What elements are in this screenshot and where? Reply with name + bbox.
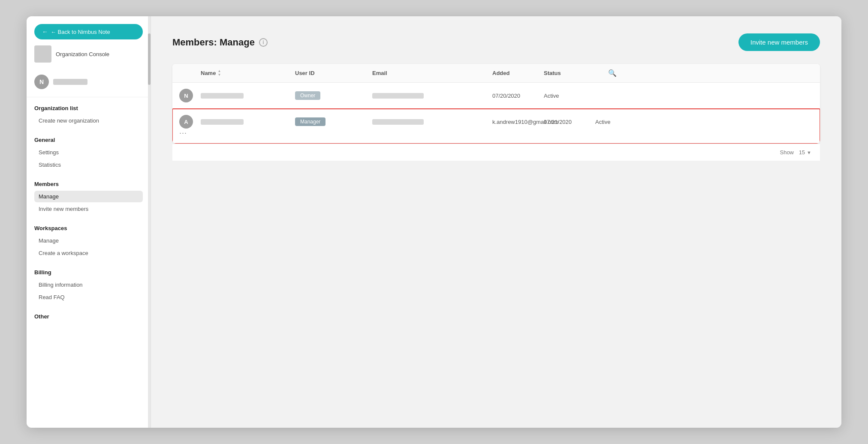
sidebar-section-general: General Settings Statistics	[27, 129, 151, 173]
actions-cell[interactable]: ···	[179, 129, 201, 138]
sidebar-section-org: Organization list Create new organizatio…	[27, 97, 151, 129]
app-window: ← ← Back to Nimbus Note Organization Con…	[27, 16, 841, 428]
sidebar-section-other-title: Other	[34, 313, 143, 320]
table-row: A Manager k.andrew1910@gmail.com 07/21/2…	[172, 109, 820, 144]
back-arrow-icon: ←	[42, 28, 48, 35]
sidebar-section-other: Other	[27, 306, 151, 325]
sidebar-item-create-workspace[interactable]: Create a workspace	[34, 247, 143, 259]
page-title: Members: Manage i	[172, 37, 268, 48]
org-name-label: Organization Console	[56, 51, 109, 57]
org-logo	[34, 45, 51, 63]
invite-new-members-button[interactable]: Invite new members	[738, 33, 820, 51]
back-to-nimbus-button[interactable]: ← ← Back to Nimbus Note	[34, 24, 143, 39]
info-icon[interactable]: i	[259, 38, 268, 47]
scrollbar-thumb[interactable]	[148, 33, 151, 85]
role-cell: Owner	[295, 91, 372, 100]
sidebar-section-billing-title: Billing	[34, 269, 143, 276]
col-name-header: Name ▲ ▼	[201, 69, 295, 77]
col-added-header: Added	[492, 70, 544, 76]
name-placeholder	[201, 119, 244, 125]
sidebar-section-billing: Billing Billing information Read FAQ	[27, 261, 151, 306]
email-cell: k.andrew1910@gmail.com	[492, 118, 544, 126]
user-name-placeholder	[53, 79, 87, 85]
sidebar-section-workspaces-title: Workspaces	[34, 225, 143, 231]
user-header: N	[27, 70, 151, 97]
date-cell: 07/21/2020	[544, 118, 595, 126]
sort-desc-icon: ▼	[217, 73, 221, 77]
sidebar: ← ← Back to Nimbus Note Organization Con…	[27, 16, 151, 428]
sidebar-item-settings[interactable]: Settings	[34, 147, 143, 158]
sidebar-section-members: Members Manage Invite new members	[27, 173, 151, 217]
name-cell	[201, 93, 295, 99]
sidebar-item-invite-members[interactable]: Invite new members	[34, 203, 143, 215]
status-cell: Active	[544, 92, 595, 99]
members-table: Name ▲ ▼ User ID Email Added Status 🔍 N	[172, 64, 820, 144]
avatar: A	[179, 115, 193, 129]
table-row: N Owner 07/20/2020 Active	[172, 83, 820, 109]
date-text: 07/20/2020	[492, 93, 520, 99]
main-content: Members: Manage i Invite new members Nam…	[151, 16, 841, 428]
sidebar-section-members-title: Members	[34, 181, 143, 187]
status-badge: Active	[595, 119, 610, 125]
role-badge-owner: Owner	[295, 91, 320, 100]
main-header: Members: Manage i Invite new members	[172, 33, 820, 51]
sort-asc-icon: ▲	[217, 69, 221, 73]
table-header: Name ▲ ▼ User ID Email Added Status 🔍	[172, 64, 820, 83]
table-footer: Show 15 ▼	[172, 144, 820, 161]
avatar: N	[179, 89, 193, 102]
org-header: Organization Console	[27, 45, 151, 70]
sidebar-item-create-org[interactable]: Create new organization	[34, 115, 143, 126]
status-cell: Active	[595, 118, 617, 126]
userid-cell	[372, 119, 492, 125]
more-actions-button[interactable]: ···	[179, 129, 187, 138]
table-search-icon[interactable]: 🔍	[608, 69, 617, 77]
col-userid-header: User ID	[295, 70, 372, 76]
scrollbar-track	[148, 16, 151, 428]
sort-name-icons[interactable]: ▲ ▼	[217, 69, 221, 77]
col-status-header: Status	[544, 70, 595, 76]
sidebar-section-general-title: General	[34, 137, 143, 143]
status-badge: Active	[544, 93, 559, 99]
col-email-header: Email	[372, 70, 492, 76]
sidebar-item-billing-info[interactable]: Billing information	[34, 279, 143, 291]
sidebar-section-org-title: Organization list	[34, 105, 143, 111]
userid-placeholder	[372, 119, 424, 125]
show-dropdown[interactable]: Show 15 ▼	[780, 149, 811, 156]
sidebar-item-statistics[interactable]: Statistics	[34, 159, 143, 171]
role-badge-manager: Manager	[295, 117, 326, 126]
name-cell	[201, 119, 295, 125]
name-placeholder	[201, 93, 244, 99]
user-avatar: N	[34, 75, 49, 89]
role-cell: Manager	[295, 117, 372, 126]
date-cell: 07/20/2020	[492, 92, 544, 99]
sidebar-item-manage-workspaces[interactable]: Manage	[34, 235, 143, 246]
userid-cell	[372, 93, 492, 99]
date-text: 07/21/2020	[544, 119, 572, 125]
sidebar-section-workspaces: Workspaces Manage Create a workspace	[27, 217, 151, 261]
userid-placeholder	[372, 93, 424, 99]
chevron-down-icon: ▼	[807, 150, 811, 155]
sidebar-item-manage-members[interactable]: Manage	[34, 191, 143, 202]
sidebar-item-faq[interactable]: Read FAQ	[34, 291, 143, 303]
